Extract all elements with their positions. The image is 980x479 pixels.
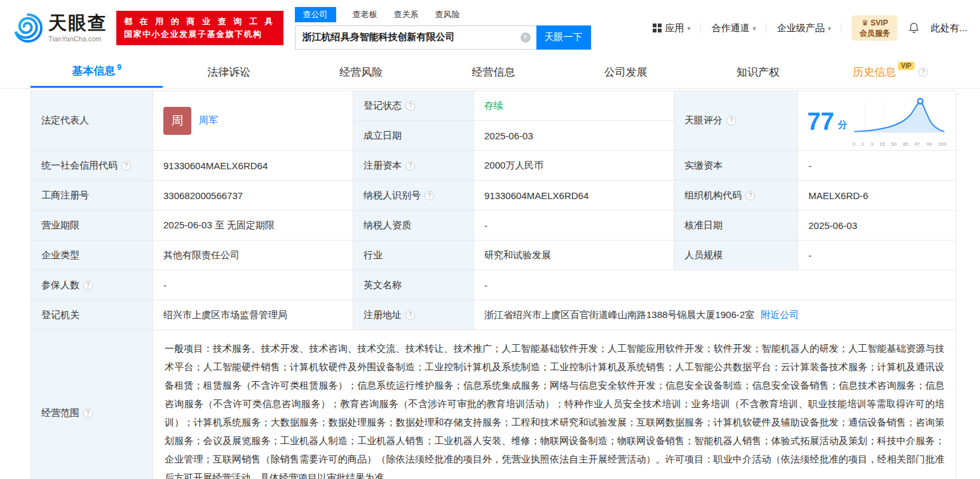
label-tyc-score: 天眼评分? [674, 91, 798, 151]
help-icon[interactable]: ? [726, 116, 736, 125]
tab-basic-info-badge: 9 [117, 63, 121, 72]
label-business-term: 营业期限 [31, 211, 153, 240]
value-reg-number: 330682000566737 [153, 181, 353, 211]
divider [841, 23, 841, 33]
nav-partner-label: 合作通道 [711, 22, 749, 34]
help-icon[interactable]: ? [121, 161, 131, 170]
notifications-button[interactable] [908, 22, 920, 34]
search-tab-risk[interactable]: 查风险 [435, 7, 460, 22]
chevron-down-icon: ▾ [687, 25, 690, 32]
help-icon[interactable]: ? [83, 408, 93, 418]
svip-label: SVIP [871, 18, 888, 27]
nearby-companies-link[interactable]: 附近公司 [761, 309, 799, 320]
label-credit-code: 统一社会信用代码? [31, 151, 153, 181]
value-approval-date: 2025-06-03 [798, 211, 956, 240]
help-icon[interactable]: ? [405, 310, 415, 320]
help-icon[interactable]: ? [918, 67, 928, 77]
search-tab-boss[interactable]: 查老板 [353, 7, 378, 22]
brand-name: 天眼查 [48, 13, 107, 34]
nav-enterprise[interactable]: 企业级产品 ▾ [777, 22, 831, 34]
clear-search-icon[interactable]: × [521, 32, 531, 43]
label-english-name: 英文名称 [353, 270, 474, 300]
nav-partner[interactable]: 合作通道 ▾ [711, 22, 756, 34]
label-legal-rep: 法定代表人 [31, 91, 153, 151]
label-reg-address: 注册地址? [353, 300, 474, 330]
label-reg-authority: 登记机关 [31, 300, 153, 330]
tab-basic-info-label: 基本信息 [72, 64, 115, 78]
avatar[interactable]: 周 [163, 107, 191, 135]
help-icon[interactable]: ? [745, 191, 755, 200]
value-industry: 研究和试验发展 [474, 240, 674, 270]
basic-info-table: 法定代表人 周 周军 登记状态? 存续 天眼评分? 77 分 [31, 90, 956, 479]
value-company-type: 其他有限责任公司 [153, 240, 353, 270]
value-reg-address: 浙江省绍兴市上虞区百官街道峰山南路1388号锦晨大厦1906-2室附近公司 [474, 300, 956, 330]
search-bar: × 天眼一下 [295, 25, 591, 50]
help-icon[interactable]: ? [425, 191, 434, 200]
value-english-name: - [474, 270, 956, 300]
label-reg-status: 登记状态? [353, 91, 474, 121]
tab-basic-info[interactable]: 基本信息 9 [31, 56, 163, 88]
header-more-text[interactable]: 此处有... [930, 22, 967, 34]
tab-operating-risk[interactable]: 经营风险 [295, 56, 427, 88]
tab-legal[interactable]: 法律诉讼 [163, 56, 295, 88]
svip-member-button[interactable]: ♛ SVIP 会员服务 [852, 15, 897, 41]
tab-intellectual-property[interactable]: 知识产权 [692, 56, 824, 88]
legal-rep-link[interactable]: 周军 [199, 115, 218, 127]
tab-business-info[interactable]: 经营信息 [427, 56, 559, 88]
label-insured-count: 参保人数? [31, 270, 153, 300]
vip-badge: VIP [898, 62, 915, 70]
label-taxpayer-quality: 纳税人资质 [353, 211, 474, 240]
status-badge: 存续 [484, 100, 503, 111]
label-paid-capital: 实缴资本 [674, 151, 798, 181]
slogan-line1: 都 在 用 的 商 业 查 询 工 具 [124, 15, 276, 28]
search-input[interactable] [295, 25, 536, 50]
search-tab-company[interactable]: 查公司 [295, 7, 336, 22]
label-taxpayer-id: 纳税人识别号? [353, 181, 474, 211]
logo[interactable]: 天眼查 TianYanCha.com [13, 13, 107, 43]
help-icon[interactable]: ? [405, 101, 415, 111]
search-block: 查公司 查老板 查关系 查风险 × 天眼一下 [295, 7, 591, 50]
basic-info-section: 法定代表人 周 周军 登记状态? 存续 天眼评分? 77 分 [0, 89, 980, 479]
value-business-term: 2025-06-03 至 无固定期限 [153, 211, 353, 240]
bell-icon [908, 22, 920, 34]
value-org-code: MAELX6RD-6 [798, 181, 956, 211]
tab-intellectual-property-label: 知识产权 [737, 65, 780, 80]
value-paid-capital: - [798, 151, 956, 181]
grid-icon [653, 24, 662, 32]
help-icon[interactable]: ? [405, 161, 415, 170]
brand-slogan: 都 在 用 的 商 业 查 询 工 具 国家中小企业发展子基金旗下机构 [116, 11, 283, 45]
value-credit-code: 91330604MAELX6RD64 [153, 151, 353, 181]
value-insured-count: - [153, 270, 353, 300]
section-tabbar: 基本信息 9 法律诉讼 经营风险 经营信息 公司发展 知识产权 历史信息 VIP… [0, 56, 980, 89]
nav-apps-label: 应用 [665, 22, 684, 34]
tab-legal-label: 法律诉讼 [207, 65, 250, 80]
svip-sublabel: 会员服务 [859, 28, 890, 38]
header-nav: 应用 ▾ 合作通道 ▾ 企业级产品 ▾ ♛ SVIP 会员服务 此处有... [653, 15, 967, 41]
label-reg-number: 工商注册号 [31, 181, 153, 211]
value-establish-date: 2025-06-03 [474, 121, 674, 151]
label-approval-date: 核准日期 [674, 211, 798, 240]
value-taxpayer-id: 91330604MAELX6RD64 [474, 181, 674, 211]
tab-history[interactable]: 历史信息 VIP ? [824, 56, 956, 88]
divider [700, 23, 701, 33]
label-business-scope: 经营范围? [31, 330, 153, 479]
search-button[interactable]: 天眼一下 [536, 25, 591, 50]
header: 天眼查 TianYanCha.com 都 在 用 的 商 业 查 询 工 具 国… [0, 0, 980, 56]
divider [766, 23, 766, 33]
value-legal-rep: 周 周军 [153, 91, 353, 151]
tianyancha-logo-icon [13, 13, 43, 43]
value-tyc-score[interactable]: 77 分 01 315 [798, 91, 956, 151]
slogan-line2: 国家中小企业发展子基金旗下机构 [124, 28, 276, 41]
label-company-type: 企业类型 [31, 240, 153, 270]
brand-domain: TianYanCha.com [48, 35, 107, 43]
score-number: 77 [807, 109, 834, 134]
tab-company-development[interactable]: 公司发展 [560, 56, 692, 88]
search-tab-relation[interactable]: 查关系 [394, 7, 419, 22]
value-reg-capital: 2000万人民币 [474, 151, 674, 181]
help-icon[interactable]: ? [83, 281, 93, 290]
value-business-scope: 一般项目：技术服务、技术开发、技术咨询、技术交流、技术转让、技术推广；人工智能基… [153, 330, 956, 479]
chevron-down-icon: ▾ [752, 25, 756, 32]
nav-apps[interactable]: 应用 ▾ [653, 22, 690, 34]
label-establish-date: 成立日期 [353, 121, 474, 151]
tab-business-info-label: 经营信息 [472, 65, 515, 80]
